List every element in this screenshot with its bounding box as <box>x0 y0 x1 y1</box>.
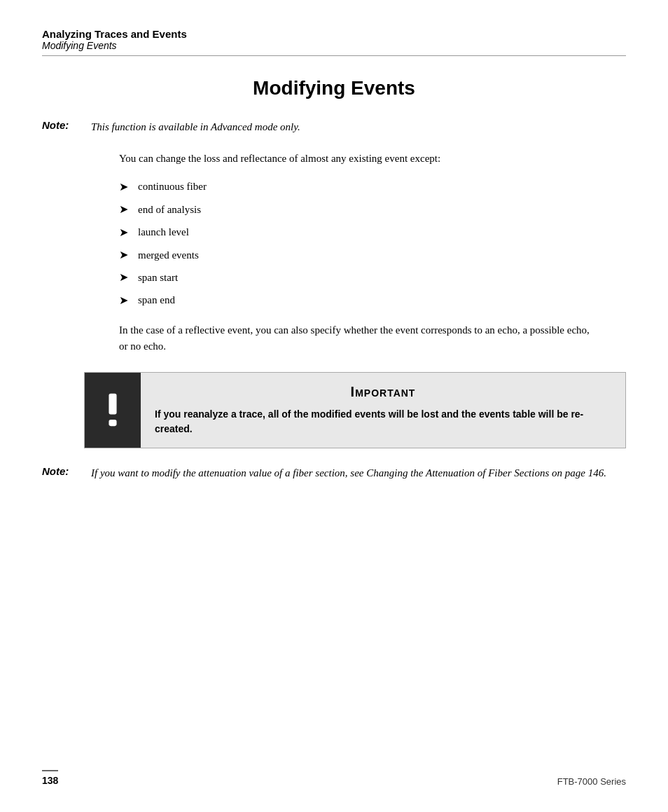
important-icon-area <box>85 373 141 448</box>
page-header: Analyzing Traces and Events Modifying Ev… <box>42 28 626 56</box>
page-title: Modifying Events <box>42 77 626 99</box>
note2-block: Note: If you want to modify the attenuat… <box>42 465 626 481</box>
important-text: If you reanalyze a trace, all of the mod… <box>155 407 611 436</box>
note2-text-before: If you want to modify the attenuation va… <box>91 467 366 479</box>
list-item: ➤ end of analysis <box>119 202 598 217</box>
intro-paragraph: You can change the loss and reflectance … <box>119 151 598 167</box>
bullet-arrow-icon: ➤ <box>119 179 128 195</box>
important-content: Important If you reanalyze a trace, all … <box>141 373 625 448</box>
bullet-list: ➤ continuous fiber ➤ end of analysis ➤ l… <box>119 179 598 308</box>
note2-link[interactable]: Changing the Attenuation of Fiber Sectio… <box>366 467 549 479</box>
list-item: ➤ merged events <box>119 247 598 263</box>
bullet-arrow-icon: ➤ <box>119 202 128 217</box>
list-item: ➤ span start <box>119 270 598 285</box>
bullet-arrow-icon: ➤ <box>119 247 128 263</box>
page-container: Analyzing Traces and Events Modifying Ev… <box>0 0 668 812</box>
footer-left: 138 <box>42 770 58 787</box>
note2-text: If you want to modify the attenuation va… <box>91 465 606 481</box>
page-number: 138 <box>42 775 58 786</box>
list-item-text: span end <box>138 293 175 308</box>
list-item-text: launch level <box>138 225 189 240</box>
bullet-arrow-icon: ➤ <box>119 293 128 308</box>
bullet-arrow-icon: ➤ <box>119 270 128 285</box>
note1-label: Note: <box>42 119 91 131</box>
note2-label: Note: <box>42 465 91 477</box>
list-item-text: span start <box>138 270 178 285</box>
after-list-paragraph: In the case of a reflective event, you c… <box>119 322 598 355</box>
note1-block: Note: This function is available in Adva… <box>42 119 626 135</box>
header-subtitle: Modifying Events <box>42 40 626 51</box>
list-item: ➤ span end <box>119 293 598 308</box>
note1-text: This function is available in Advanced m… <box>91 119 300 135</box>
list-item-text: continuous fiber <box>138 179 207 194</box>
content-area: You can change the loss and reflectance … <box>119 151 598 448</box>
note2-text-after: on page 146. <box>549 467 606 479</box>
list-item-text: end of analysis <box>138 202 201 217</box>
list-item: ➤ continuous fiber <box>119 179 598 195</box>
svg-rect-1 <box>109 420 116 426</box>
header-divider <box>42 55 626 56</box>
header-title: Analyzing Traces and Events <box>42 28 626 40</box>
list-item-text: merged events <box>138 248 199 263</box>
important-box: Important If you reanalyze a trace, all … <box>84 372 626 448</box>
bullet-arrow-icon: ➤ <box>119 225 128 240</box>
important-heading: Important <box>155 384 611 400</box>
page-footer: 138 FTB-7000 Series <box>42 770 626 787</box>
svg-rect-0 <box>109 394 116 415</box>
list-item: ➤ launch level <box>119 225 598 240</box>
important-icon <box>97 392 128 427</box>
footer-series: FTB-7000 Series <box>557 776 626 787</box>
